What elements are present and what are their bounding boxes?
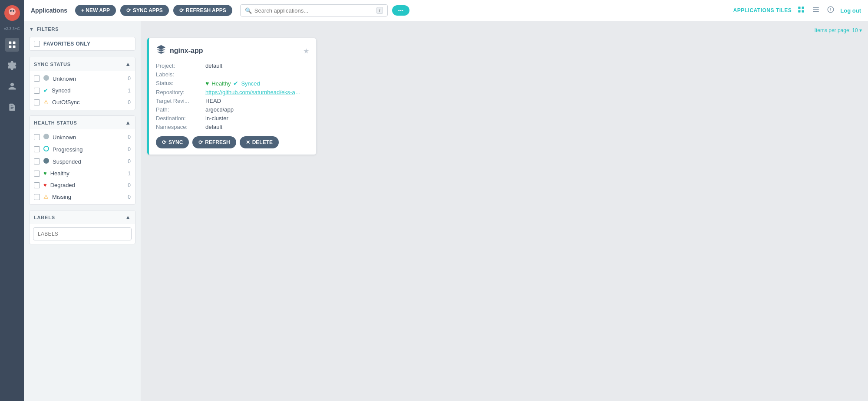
svg-point-2	[10, 10, 12, 12]
health-unknown-count: 0	[124, 134, 131, 140]
card-body: Project: default Labels: Status: ♥ Healt…	[156, 62, 309, 130]
namespace-button[interactable]: ---	[392, 5, 409, 16]
sync-unknown-label: Unknown	[53, 76, 120, 82]
sync-synced-count: 1	[124, 88, 131, 94]
health-status-title: HEALTH STATUS	[34, 120, 77, 125]
sidebar-logo[interactable]	[3, 4, 21, 23]
health-status-body: Unknown 0 Progressing 0 Suspended	[30, 129, 135, 204]
target-revi-value: HEAD	[205, 98, 221, 104]
list-view-button[interactable]	[811, 4, 821, 16]
svg-rect-5	[13, 42, 15, 44]
sidebar: v2.3.3+C	[0, 0, 24, 401]
healthy-icon: ♥	[205, 80, 209, 87]
card-status-row: Status: ♥ Healthy ✔ Synced	[156, 80, 309, 87]
health-healthy-icon: ♥	[43, 170, 47, 177]
health-progressing-row[interactable]: Progressing 0	[30, 143, 135, 155]
synced-check-icon: ✔	[233, 80, 238, 87]
search-input[interactable]	[254, 7, 374, 14]
sync-outofsync-label: OutOfSync	[52, 99, 120, 105]
health-progressing-label: Progressing	[53, 146, 120, 153]
project-value: default	[205, 62, 222, 69]
health-missing-row[interactable]: ⚠ Missing 0	[30, 191, 135, 203]
health-status-header[interactable]: HEALTH STATUS ▲	[30, 116, 135, 129]
topbar: Applications + NEW APP ⟳ SYNC APPS ⟳ REF…	[24, 0, 868, 21]
card-destination-row: Destination: in-cluster	[156, 115, 309, 122]
svg-rect-10	[799, 10, 801, 13]
search-kbd: /	[376, 7, 383, 14]
chart-view-button[interactable]	[825, 4, 836, 16]
health-degraded-checkbox[interactable]	[34, 182, 40, 188]
health-suspended-count: 0	[124, 158, 131, 164]
sync-outofsync-row[interactable]: ⚠ OutOfSync 0	[30, 96, 135, 108]
labels-section: LABELS ▲	[29, 210, 135, 244]
sync-status-header[interactable]: SYNC STATUS ▲	[30, 57, 135, 71]
repository-label: Repository:	[156, 89, 204, 95]
health-suspended-row[interactable]: Suspended 0	[30, 155, 135, 168]
sync-button[interactable]: ⟳ SYNC	[156, 136, 189, 148]
refresh-apps-button[interactable]: ⟳ REFRESH APPS	[173, 5, 232, 16]
health-missing-checkbox[interactable]	[34, 194, 40, 200]
sync-icon: ⟳	[126, 7, 131, 13]
favorites-row[interactable]: FAVORITES ONLY	[29, 37, 135, 51]
health-unknown-label: Unknown	[53, 134, 120, 141]
repository-value[interactable]: https://github.com/saturnhead/eks-argo-t…	[205, 89, 301, 95]
search-bar: 🔍 /	[240, 4, 388, 16]
refresh-button[interactable]: ⟳ REFRESH	[192, 136, 236, 148]
health-unknown-checkbox[interactable]	[34, 134, 40, 140]
health-degraded-row[interactable]: ♥ Degraded 0	[30, 179, 135, 191]
health-progressing-icon	[43, 146, 49, 153]
path-value: argocd/app	[205, 106, 234, 113]
health-suspended-icon	[43, 158, 49, 165]
status-healthy-text: Healthy	[211, 80, 231, 87]
page-title-link[interactable]: APPLICATIONS TILES	[733, 7, 792, 13]
logout-button[interactable]: Log out	[840, 7, 861, 14]
sidebar-item-user[interactable]	[5, 79, 19, 93]
labels-input[interactable]	[33, 227, 132, 240]
favorites-checkbox[interactable]	[34, 41, 40, 47]
svg-rect-4	[9, 42, 11, 44]
health-healthy-row[interactable]: ♥ Healthy 1	[30, 168, 135, 179]
sync-collapse-icon: ▲	[125, 61, 131, 67]
filters-panel: ▼ FILTERS FAVORITES ONLY SYNC STATUS ▲	[24, 21, 141, 401]
sidebar-item-apps[interactable]	[5, 38, 19, 52]
sync-synced-row[interactable]: ✔ Synced 1	[30, 85, 135, 96]
sidebar-item-settings[interactable]	[5, 59, 19, 72]
health-suspended-checkbox[interactable]	[34, 158, 40, 164]
card-header: nginx-app ★	[156, 44, 309, 57]
card-repo-row: Repository: https://github.com/saturnhea…	[156, 89, 309, 95]
sync-unknown-row[interactable]: Unknown 0	[30, 72, 135, 85]
health-unknown-icon	[43, 134, 49, 141]
health-missing-label: Missing	[52, 194, 120, 200]
svg-rect-6	[9, 46, 11, 48]
app-name[interactable]: nginx-app	[170, 47, 300, 55]
path-label: Path:	[156, 106, 204, 113]
apps-grid: Items per page: 10 ▾ nginx-app ★	[141, 21, 868, 401]
sync-unknown-checkbox[interactable]	[34, 76, 40, 82]
sync-apps-button[interactable]: ⟳ SYNC APPS	[120, 5, 169, 16]
sync-status-section: SYNC STATUS ▲ Unknown 0 ✔ Sync	[29, 57, 135, 110]
health-progressing-checkbox[interactable]	[34, 146, 40, 152]
sidebar-item-docs[interactable]	[5, 100, 19, 114]
sync-outofsync-checkbox[interactable]	[34, 99, 40, 105]
project-label: Project:	[156, 62, 204, 69]
delete-button[interactable]: ✕ DELETE	[240, 136, 279, 148]
sync-synced-checkbox[interactable]	[34, 88, 40, 94]
health-collapse-icon: ▲	[125, 119, 131, 126]
sync-status-body: Unknown 0 ✔ Synced 1 ⚠ OutOfSync	[30, 71, 135, 110]
health-unknown-row[interactable]: Unknown 0	[30, 131, 135, 143]
health-healthy-label: Healthy	[50, 170, 120, 177]
items-per-page[interactable]: Items per page: 10 ▾	[147, 27, 862, 33]
health-healthy-checkbox[interactable]	[34, 171, 40, 177]
card-target-row: Target Revi... HEAD	[156, 98, 309, 104]
sync-btn-icon: ⟳	[162, 139, 166, 145]
star-button[interactable]: ★	[303, 47, 309, 55]
labels-header[interactable]: LABELS ▲	[30, 210, 135, 224]
sync-unknown-icon	[43, 75, 49, 82]
card-actions: ⟳ SYNC ⟳ REFRESH ✕ DELETE	[156, 136, 309, 148]
search-icon: 🔍	[245, 7, 252, 14]
sidebar-version: v2.3.3+C	[4, 26, 20, 31]
grid-view-button[interactable]	[796, 4, 806, 16]
labels-collapse-icon: ▲	[125, 214, 131, 220]
new-app-button[interactable]: + NEW APP	[75, 5, 116, 16]
refresh-icon: ⟳	[179, 7, 184, 13]
